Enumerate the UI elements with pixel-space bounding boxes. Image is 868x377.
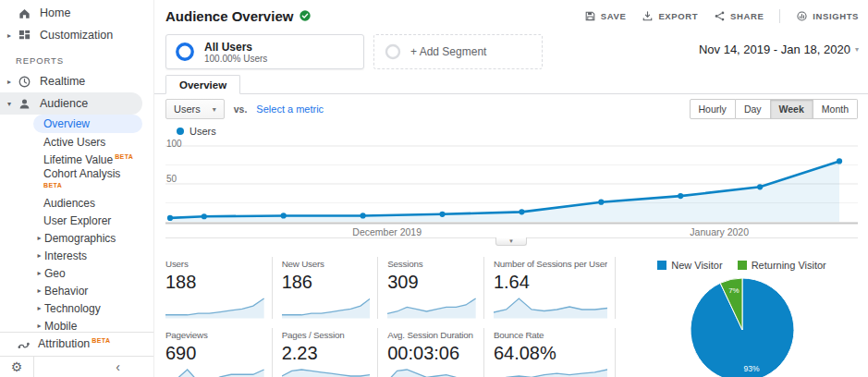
sidebar-item-audiences[interactable]: Audiences [0, 194, 153, 212]
sidebar-item-geo[interactable]: ▸Geo [0, 264, 153, 282]
metric-value: 690 [165, 343, 264, 364]
sidebar-collapse-button[interactable]: ‹ [33, 357, 153, 377]
visitor-pie-chart: 93%7% [664, 271, 821, 377]
sidebar-item-attribution[interactable]: AttributionBETA [0, 332, 153, 356]
users-legend-dot-icon [177, 128, 184, 135]
sparkline-chart [282, 366, 371, 377]
sidebar-item-lifetime-value[interactable]: Lifetime ValueBETA [0, 151, 153, 168]
metric-value: 1.64 [494, 272, 607, 293]
metric-select[interactable]: Users ▾ [165, 99, 225, 119]
new-visitor-swatch-icon [657, 261, 666, 270]
granularity-month-button[interactable]: Month [813, 99, 858, 119]
explorer-toolbar: Users ▾ vs. Select a metric HourlyDayWee… [154, 94, 868, 124]
sparkline-chart [165, 366, 264, 377]
granularity-day-button[interactable]: Day [736, 99, 771, 119]
granularity-week-button[interactable]: Week [771, 99, 813, 119]
expander-right-icon[interactable]: ▸ [34, 322, 44, 330]
sidebar-item-demographics[interactable]: ▸Demographics [0, 229, 153, 247]
sidebar-bottom-bar: ⚙ ‹ [0, 356, 153, 377]
sidebar-item-label: Audiences [43, 197, 95, 210]
expander-right-icon[interactable]: ▸ [34, 304, 44, 312]
sidebar-item-label: Mobile [44, 320, 77, 333]
svg-text:7%: 7% [728, 286, 740, 295]
users-line-chart: 100 50 [165, 140, 858, 225]
sidebar-item-home[interactable]: Home [0, 2, 142, 24]
action-label: EXPORT [658, 11, 698, 21]
expander-right-icon[interactable]: ▸ [34, 234, 44, 242]
granularity-hourly-button[interactable]: Hourly [690, 99, 736, 119]
page-title: Audience Overview [165, 8, 293, 24]
save-button[interactable]: SAVE [584, 10, 627, 22]
sidebar-item-user-explorer[interactable]: User Explorer [0, 212, 153, 229]
main-content: Audience Overview SAVEEXPORTSHAREINSIGHT… [153, 0, 868, 377]
scorecard-users[interactable]: Users188 [165, 257, 272, 319]
sidebar-item-behavior[interactable]: ▸Behavior [0, 282, 153, 299]
export-button[interactable]: EXPORT [642, 10, 698, 22]
sparkline-chart [282, 295, 371, 319]
scorecard-pageviews[interactable]: Pageviews690 [165, 328, 272, 377]
legend-label: Returning Visitor [752, 260, 826, 271]
sidebar-item-overview[interactable]: Overview [33, 115, 142, 133]
chart-collapse-strip: ▼ [154, 238, 868, 249]
expander-down-icon[interactable]: ▾ [4, 100, 15, 108]
sidebar-item-label: User Explorer [43, 214, 111, 227]
metric-label: New Users [282, 259, 371, 269]
metric-label: Pageviews [165, 330, 264, 340]
chart-collapse-button[interactable]: ▼ [495, 237, 527, 246]
sidebar-item-audience[interactable]: ▾Audience [0, 92, 142, 115]
add-segment-button[interactable]: + Add Segment [373, 34, 543, 69]
expander-right-icon[interactable]: ▸ [4, 78, 15, 86]
scorecard-new-users[interactable]: New Users186 [272, 257, 378, 319]
insights-icon [796, 10, 808, 22]
sidebar-item-label: Technology [44, 302, 101, 315]
svg-text:93%: 93% [743, 364, 759, 373]
sidebar-item-label: Realtime [40, 75, 85, 88]
beta-badge: BETA [92, 337, 110, 344]
sidebar-item-realtime[interactable]: ▸Realtime [0, 70, 142, 92]
sidebar-item-mobile[interactable]: ▸Mobile [0, 317, 153, 332]
sparkline-chart [387, 366, 476, 377]
scorecard-number-of-sessions-per-user[interactable]: Number of Sessions per User1.64 [483, 257, 616, 319]
sidebar-item-cohort-analysis[interactable]: Cohort AnalysisBETA [0, 168, 153, 194]
expander-right-icon[interactable]: ▸ [34, 269, 44, 277]
sidebar-item-technology[interactable]: ▸Technology [0, 299, 153, 317]
insights-button[interactable]: INSIGHTS [796, 10, 859, 22]
chart-legend: Users [154, 124, 868, 139]
beta-badge: BETA [115, 153, 133, 160]
expander-right-icon[interactable]: ▸ [34, 286, 44, 295]
select-a-metric-link[interactable]: Select a metric [256, 103, 324, 115]
scorecard-bounce-rate[interactable]: Bounce Rate64.08% [483, 328, 616, 377]
y-axis-tick: 100 [166, 139, 182, 149]
scorecard-sessions[interactable]: Sessions309 [377, 257, 483, 319]
sidebar-item-customization[interactable]: ▸Customization [0, 24, 142, 46]
scorecard-pages-session[interactable]: Pages / Session2.23 [272, 328, 378, 377]
granularity-buttons: HourlyDayWeekMonth [690, 99, 858, 119]
sparkline-chart [387, 295, 476, 319]
sidebar-item-label: Overview [43, 117, 90, 130]
date-caret-icon: ▾ [855, 45, 859, 54]
tab-overview[interactable]: Overview [165, 75, 240, 94]
metric-value: 2.23 [282, 343, 371, 364]
date-range-picker[interactable]: Nov 14, 2019 - Jan 18, 2020 ▾ [699, 34, 859, 56]
expander-right-icon[interactable]: ▸ [34, 251, 44, 260]
sidebar-item-label: Interests [44, 249, 87, 262]
sidebar-item-interests[interactable]: ▸Interests [0, 247, 153, 264]
metric-label: Users [165, 259, 264, 269]
metric-label: Sessions [387, 259, 476, 269]
metric-value: 64.08% [494, 343, 607, 364]
sidebar-item-active-users[interactable]: Active Users [0, 133, 153, 151]
metric-label: Number of Sessions per User [494, 259, 607, 269]
add-segment-circle-icon [384, 43, 402, 61]
y-axis-tick: 50 [166, 174, 177, 184]
segment-all-users[interactable]: All Users 100.00% Users [165, 34, 364, 69]
share-button[interactable]: SHARE [714, 10, 764, 22]
reports-section-label: REPORTS [0, 46, 153, 70]
customization-icon [17, 29, 31, 43]
report-header: Audience Overview SAVEEXPORTSHAREINSIGHT… [154, 0, 868, 31]
sidebar-item-label: Geo [44, 267, 66, 280]
scorecard-avg-session-duration[interactable]: Avg. Session Duration00:03:06 [377, 328, 483, 377]
expander-right-icon[interactable]: ▸ [4, 31, 15, 40]
sidebar-item-label: Home [40, 6, 70, 19]
legend-label: New Visitor [671, 260, 722, 271]
gear-icon[interactable]: ⚙ [0, 357, 33, 377]
